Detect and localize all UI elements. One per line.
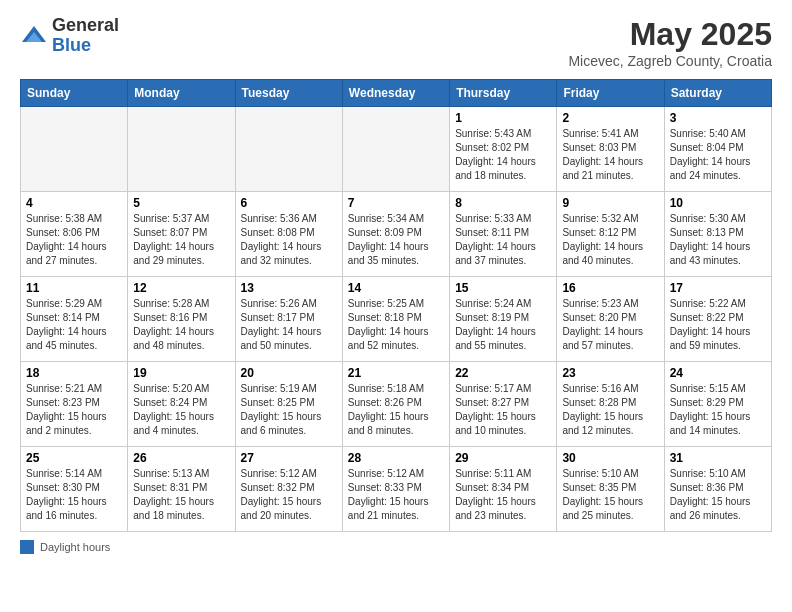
day-number: 19: [133, 366, 229, 380]
day-number: 13: [241, 281, 337, 295]
calendar-cell: 23Sunrise: 5:16 AM Sunset: 8:28 PM Dayli…: [557, 362, 664, 447]
day-info: Sunrise: 5:12 AM Sunset: 8:32 PM Dayligh…: [241, 467, 337, 523]
day-info: Sunrise: 5:41 AM Sunset: 8:03 PM Dayligh…: [562, 127, 658, 183]
day-info: Sunrise: 5:24 AM Sunset: 8:19 PM Dayligh…: [455, 297, 551, 353]
calendar-cell: [235, 107, 342, 192]
calendar-cell: 13Sunrise: 5:26 AM Sunset: 8:17 PM Dayli…: [235, 277, 342, 362]
day-info: Sunrise: 5:13 AM Sunset: 8:31 PM Dayligh…: [133, 467, 229, 523]
day-info: Sunrise: 5:36 AM Sunset: 8:08 PM Dayligh…: [241, 212, 337, 268]
day-info: Sunrise: 5:25 AM Sunset: 8:18 PM Dayligh…: [348, 297, 444, 353]
column-header-tuesday: Tuesday: [235, 80, 342, 107]
calendar-cell: 15Sunrise: 5:24 AM Sunset: 8:19 PM Dayli…: [450, 277, 557, 362]
day-number: 14: [348, 281, 444, 295]
day-number: 21: [348, 366, 444, 380]
day-info: Sunrise: 5:23 AM Sunset: 8:20 PM Dayligh…: [562, 297, 658, 353]
day-info: Sunrise: 5:14 AM Sunset: 8:30 PM Dayligh…: [26, 467, 122, 523]
day-number: 25: [26, 451, 122, 465]
logo: General Blue: [20, 16, 119, 56]
calendar-cell: 11Sunrise: 5:29 AM Sunset: 8:14 PM Dayli…: [21, 277, 128, 362]
day-info: Sunrise: 5:22 AM Sunset: 8:22 PM Dayligh…: [670, 297, 766, 353]
day-info: Sunrise: 5:43 AM Sunset: 8:02 PM Dayligh…: [455, 127, 551, 183]
calendar-cell: 9Sunrise: 5:32 AM Sunset: 8:12 PM Daylig…: [557, 192, 664, 277]
day-number: 16: [562, 281, 658, 295]
calendar-cell: 26Sunrise: 5:13 AM Sunset: 8:31 PM Dayli…: [128, 447, 235, 532]
calendar-cell: 24Sunrise: 5:15 AM Sunset: 8:29 PM Dayli…: [664, 362, 771, 447]
calendar-cell: 30Sunrise: 5:10 AM Sunset: 8:35 PM Dayli…: [557, 447, 664, 532]
page-header: General Blue May 2025 Micevec, Zagreb Co…: [20, 16, 772, 69]
calendar-cell: 20Sunrise: 5:19 AM Sunset: 8:25 PM Dayli…: [235, 362, 342, 447]
calendar-cell: 6Sunrise: 5:36 AM Sunset: 8:08 PM Daylig…: [235, 192, 342, 277]
day-number: 5: [133, 196, 229, 210]
legend-text: Daylight hours: [40, 541, 110, 553]
title-block: May 2025 Micevec, Zagreb County, Croatia: [568, 16, 772, 69]
logo-blue: Blue: [52, 35, 91, 55]
day-number: 3: [670, 111, 766, 125]
calendar-cell: 18Sunrise: 5:21 AM Sunset: 8:23 PM Dayli…: [21, 362, 128, 447]
day-number: 18: [26, 366, 122, 380]
calendar-cell: [128, 107, 235, 192]
calendar-table: SundayMondayTuesdayWednesdayThursdayFrid…: [20, 79, 772, 532]
day-number: 26: [133, 451, 229, 465]
day-number: 17: [670, 281, 766, 295]
day-info: Sunrise: 5:20 AM Sunset: 8:24 PM Dayligh…: [133, 382, 229, 438]
calendar-cell: [21, 107, 128, 192]
day-info: Sunrise: 5:15 AM Sunset: 8:29 PM Dayligh…: [670, 382, 766, 438]
day-info: Sunrise: 5:18 AM Sunset: 8:26 PM Dayligh…: [348, 382, 444, 438]
calendar-cell: 27Sunrise: 5:12 AM Sunset: 8:32 PM Dayli…: [235, 447, 342, 532]
day-number: 27: [241, 451, 337, 465]
calendar-cell: 5Sunrise: 5:37 AM Sunset: 8:07 PM Daylig…: [128, 192, 235, 277]
day-info: Sunrise: 5:32 AM Sunset: 8:12 PM Dayligh…: [562, 212, 658, 268]
day-number: 8: [455, 196, 551, 210]
calendar-cell: 16Sunrise: 5:23 AM Sunset: 8:20 PM Dayli…: [557, 277, 664, 362]
day-info: Sunrise: 5:34 AM Sunset: 8:09 PM Dayligh…: [348, 212, 444, 268]
calendar-cell: 4Sunrise: 5:38 AM Sunset: 8:06 PM Daylig…: [21, 192, 128, 277]
column-header-monday: Monday: [128, 80, 235, 107]
calendar-cell: 19Sunrise: 5:20 AM Sunset: 8:24 PM Dayli…: [128, 362, 235, 447]
calendar-cell: 14Sunrise: 5:25 AM Sunset: 8:18 PM Dayli…: [342, 277, 449, 362]
day-number: 9: [562, 196, 658, 210]
day-number: 7: [348, 196, 444, 210]
calendar-cell: 17Sunrise: 5:22 AM Sunset: 8:22 PM Dayli…: [664, 277, 771, 362]
day-number: 24: [670, 366, 766, 380]
column-header-thursday: Thursday: [450, 80, 557, 107]
logo-icon: [20, 22, 48, 50]
column-header-friday: Friday: [557, 80, 664, 107]
day-info: Sunrise: 5:16 AM Sunset: 8:28 PM Dayligh…: [562, 382, 658, 438]
calendar-cell: 2Sunrise: 5:41 AM Sunset: 8:03 PM Daylig…: [557, 107, 664, 192]
day-info: Sunrise: 5:12 AM Sunset: 8:33 PM Dayligh…: [348, 467, 444, 523]
location: Micevec, Zagreb County, Croatia: [568, 53, 772, 69]
day-info: Sunrise: 5:19 AM Sunset: 8:25 PM Dayligh…: [241, 382, 337, 438]
calendar-cell: 1Sunrise: 5:43 AM Sunset: 8:02 PM Daylig…: [450, 107, 557, 192]
day-number: 30: [562, 451, 658, 465]
calendar-cell: 31Sunrise: 5:10 AM Sunset: 8:36 PM Dayli…: [664, 447, 771, 532]
day-number: 31: [670, 451, 766, 465]
calendar-cell: [342, 107, 449, 192]
legend: Daylight hours: [20, 540, 772, 554]
day-number: 22: [455, 366, 551, 380]
day-number: 12: [133, 281, 229, 295]
day-number: 11: [26, 281, 122, 295]
day-number: 29: [455, 451, 551, 465]
legend-box: [20, 540, 34, 554]
day-info: Sunrise: 5:30 AM Sunset: 8:13 PM Dayligh…: [670, 212, 766, 268]
day-info: Sunrise: 5:10 AM Sunset: 8:36 PM Dayligh…: [670, 467, 766, 523]
column-header-sunday: Sunday: [21, 80, 128, 107]
day-info: Sunrise: 5:38 AM Sunset: 8:06 PM Dayligh…: [26, 212, 122, 268]
calendar-cell: 25Sunrise: 5:14 AM Sunset: 8:30 PM Dayli…: [21, 447, 128, 532]
day-info: Sunrise: 5:40 AM Sunset: 8:04 PM Dayligh…: [670, 127, 766, 183]
day-info: Sunrise: 5:21 AM Sunset: 8:23 PM Dayligh…: [26, 382, 122, 438]
calendar-cell: 28Sunrise: 5:12 AM Sunset: 8:33 PM Dayli…: [342, 447, 449, 532]
day-number: 15: [455, 281, 551, 295]
day-info: Sunrise: 5:33 AM Sunset: 8:11 PM Dayligh…: [455, 212, 551, 268]
calendar-cell: 22Sunrise: 5:17 AM Sunset: 8:27 PM Dayli…: [450, 362, 557, 447]
calendar-cell: 29Sunrise: 5:11 AM Sunset: 8:34 PM Dayli…: [450, 447, 557, 532]
calendar-cell: 7Sunrise: 5:34 AM Sunset: 8:09 PM Daylig…: [342, 192, 449, 277]
day-info: Sunrise: 5:17 AM Sunset: 8:27 PM Dayligh…: [455, 382, 551, 438]
logo-general: General: [52, 15, 119, 35]
column-header-wednesday: Wednesday: [342, 80, 449, 107]
day-info: Sunrise: 5:26 AM Sunset: 8:17 PM Dayligh…: [241, 297, 337, 353]
calendar-cell: 3Sunrise: 5:40 AM Sunset: 8:04 PM Daylig…: [664, 107, 771, 192]
calendar-cell: 8Sunrise: 5:33 AM Sunset: 8:11 PM Daylig…: [450, 192, 557, 277]
day-info: Sunrise: 5:28 AM Sunset: 8:16 PM Dayligh…: [133, 297, 229, 353]
day-number: 23: [562, 366, 658, 380]
